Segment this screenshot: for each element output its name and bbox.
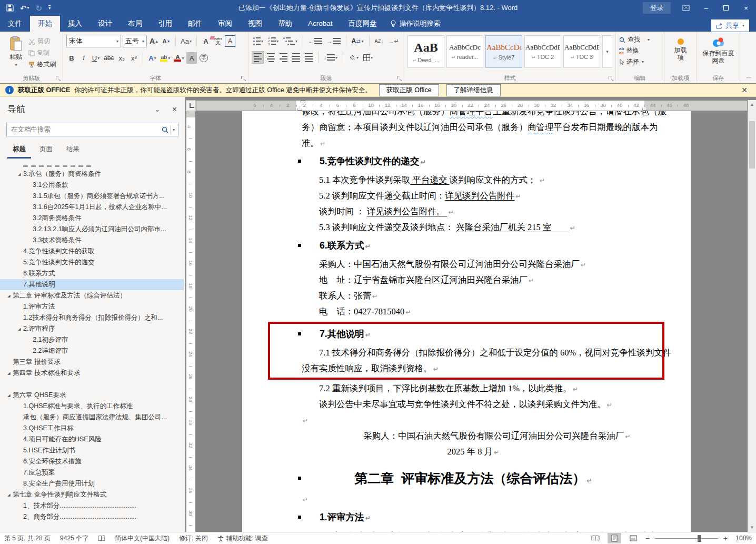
enclose-characters-button[interactable]: 字: [198, 52, 209, 64]
doc-line[interactable]: 5.1 本次竞争性谈判采取 平台递交 谈判响应文件的方式； ↵: [302, 172, 645, 188]
minimize-button[interactable]: –: [696, 0, 716, 16]
zoom-slider-thumb[interactable]: [698, 535, 701, 542]
shading-button[interactable]: ▾: [347, 51, 360, 64]
horizontal-ruler[interactable]: 6422468101214161820222426283032343638404…: [185, 100, 748, 111]
nav-heading-item[interactable]: 1、技术部分..................................…: [0, 500, 184, 511]
nav-heading-item[interactable]: 3.1.5承包（服务）商必须签署合规承诺书方...: [0, 191, 184, 202]
subscript-button[interactable]: x₂: [116, 52, 127, 64]
format-painter-button[interactable]: 格式刷: [28, 60, 56, 69]
nav-heading-item[interactable]: 1.评审方法: [0, 301, 184, 312]
vertical-ruler[interactable]: 46810121416182022242628303234363840: [186, 111, 195, 532]
doc-line[interactable]: 务）商留意；本项目谈判文件以辽河油田公司承包（服务）商管理平台发布日期最晚的版本…: [302, 120, 645, 135]
scroll-down-icon[interactable]: ▼: [748, 523, 756, 532]
numbering-button[interactable]: ▾: [266, 35, 280, 47]
doc-line[interactable]: 准。↵: [302, 135, 645, 151]
close-button[interactable]: ×: [736, 0, 756, 16]
nav-heading-item[interactable]: ◢第六章 QHSE要求: [0, 390, 184, 401]
redo-icon[interactable]: ↻: [34, 3, 45, 13]
collapse-ribbon-icon[interactable]: ︿: [746, 73, 752, 81]
italic-button[interactable]: I: [78, 52, 89, 64]
nav-tab-标题[interactable]: 标题: [7, 144, 31, 159]
collapse-triangle-icon[interactable]: ◢: [5, 489, 13, 500]
ribbon-tab-百度网盘[interactable]: 百度网盘: [341, 16, 385, 32]
get-genuine-office-button[interactable]: 获取正版 Office: [379, 84, 439, 96]
character-shading-button[interactable]: A: [186, 52, 197, 64]
copy-button[interactable]: 复制: [28, 48, 56, 57]
nav-heading-item[interactable]: 7.其他说明: [0, 279, 184, 290]
ribbon-tab-审阅[interactable]: 审阅: [210, 16, 240, 32]
asian-layout-button[interactable]: A⇄▾: [350, 35, 365, 47]
strikethrough-button[interactable]: abc: [103, 52, 115, 64]
doc-line[interactable]: 联系人：张蕾↵: [302, 288, 645, 304]
doc-heading[interactable]: 5.竞争性谈判文件的递交↵: [302, 153, 645, 170]
doc-heading[interactable]: 7.其他说明↵: [302, 325, 645, 342]
sort-button[interactable]: AZ↓: [373, 35, 385, 47]
learn-more-button[interactable]: 了解详细信息: [446, 84, 501, 96]
nav-pane-close-icon[interactable]: ✕: [172, 105, 177, 113]
nav-heading-item[interactable]: 4.竞争性谈判文件的获取: [0, 246, 184, 257]
ribbon-tab-插入[interactable]: 插入: [60, 16, 90, 32]
collapse-triangle-icon[interactable]: ◢: [16, 323, 23, 334]
ribbon-display-options-icon[interactable]: [676, 0, 696, 16]
search-options-icon[interactable]: ▾: [170, 125, 175, 134]
nav-heading-item[interactable]: 8.安全生产费用使用计划: [0, 478, 184, 489]
paste-button[interactable]: 粘贴▾: [3, 34, 28, 74]
scroll-up-icon[interactable]: ▲: [748, 100, 756, 109]
cut-button[interactable]: 剪切: [28, 37, 56, 46]
vertical-scrollbar[interactable]: ▲ ▼: [748, 100, 756, 532]
select-button[interactable]: 选择▾: [619, 56, 661, 67]
style-TOC 2[interactable]: AaBbCcDdETOC 2: [524, 35, 561, 68]
doc-line[interactable]: 谈判时间 ： 详见谈判公告附件。 ↵: [302, 204, 645, 220]
ribbon-tab-Acrobat[interactable]: Acrobat: [300, 16, 341, 32]
language-status[interactable]: 简体中文(中国大陆): [115, 534, 170, 543]
style-Style7[interactable]: AaBbCcDcStyle7: [485, 35, 522, 68]
ribbon-tab-引用[interactable]: 引用: [150, 16, 180, 32]
underline-button[interactable]: U▾: [91, 52, 101, 64]
doc-line[interactable]: 7.2 重新谈判项目，下浮比例基数在原基数上增加 1%，以此类推。↵: [302, 381, 645, 397]
doc-line[interactable]: 电 话：0427-7815040↵: [302, 304, 645, 320]
doc-line[interactable]: 谈判公告中未尽事宜或与竞争性谈判文件不符之处，以谈判采购文件为准。↵: [302, 397, 645, 412]
nav-heading-item[interactable]: 2、商务部分..................................…: [0, 511, 184, 522]
share-button[interactable]: 共享▾: [711, 19, 750, 32]
nav-heading-item[interactable]: 3.2.13.2.1响应人必须为辽河油田公司内部市...: [0, 224, 184, 235]
increase-indent-button[interactable]: →: [325, 35, 342, 47]
nav-heading-item[interactable]: 2.1初步评审: [0, 334, 184, 345]
word-count-status[interactable]: 9425 个字: [60, 534, 88, 543]
doc-line[interactable]: 采购人：中国石油天然气股份有限公司辽河油田分公司兴隆台采油厂↵: [302, 256, 645, 272]
search-input[interactable]: [10, 125, 161, 134]
collapse-triangle-icon[interactable]: ◢: [5, 290, 13, 301]
nav-tab-页面[interactable]: 页面: [34, 144, 58, 159]
find-button[interactable]: 查找▾: [619, 34, 661, 45]
nav-heading-item[interactable]: 1.QHSE标准与要求、执行的工作标准: [0, 401, 184, 412]
line-spacing-button[interactable]: ↕▾: [322, 51, 339, 64]
nav-heading-item[interactable]: 5.竞争性谈判文件的递交: [0, 257, 184, 268]
ribbon-tab-设计[interactable]: 设计: [90, 16, 120, 32]
save-icon[interactable]: [4, 3, 16, 13]
addins-button[interactable]: 加载项: [666, 34, 695, 61]
ribbon-tab-文件[interactable]: 文件: [0, 16, 30, 32]
nav-heading-item[interactable]: 3.QHSE工作目标: [0, 423, 184, 434]
nav-heading-item[interactable]: 7.应急预案: [0, 467, 184, 478]
doc-line[interactable]: 5.2 谈判响应文件递交截止时间：详见谈判公告附件↵: [302, 188, 645, 204]
nav-heading-item[interactable]: 5.HSE作业计划书: [0, 445, 184, 456]
collapse-triangle-icon[interactable]: ◢: [5, 368, 13, 379]
highlight-color-button[interactable]: ab▾: [159, 52, 171, 64]
nav-heading-item[interactable]: 3.3技术资格条件: [0, 235, 184, 246]
shrink-font-button[interactable]: A▼: [161, 35, 172, 47]
font-size-combobox[interactable]: 五号▾: [123, 35, 147, 47]
multilevel-list-button[interactable]: ▾: [282, 35, 299, 47]
style-reader...[interactable]: AaBbCcDcreader...: [446, 35, 483, 68]
align-left-button[interactable]: [252, 51, 264, 64]
read-mode-icon[interactable]: [589, 533, 602, 543]
text-effects-button[interactable]: A▾: [147, 52, 157, 64]
doc-heading[interactable]: 第二章 评审标准及方法（综合评估法）↵: [302, 466, 645, 490]
styles-more-icon[interactable]: ▾: [602, 35, 612, 68]
nav-heading-item[interactable]: 6.联系方式: [0, 268, 184, 279]
character-border-icon[interactable]: A: [225, 35, 235, 47]
doc-heading[interactable]: 6.联系方式↵: [302, 237, 645, 254]
ribbon-tab-开始[interactable]: 开始: [30, 16, 60, 32]
login-button[interactable]: 登录: [643, 2, 671, 14]
proofing-errors-icon[interactable]: [98, 535, 105, 542]
align-right-button[interactable]: [278, 51, 289, 64]
clear-formatting-icon[interactable]: A: [201, 35, 211, 47]
